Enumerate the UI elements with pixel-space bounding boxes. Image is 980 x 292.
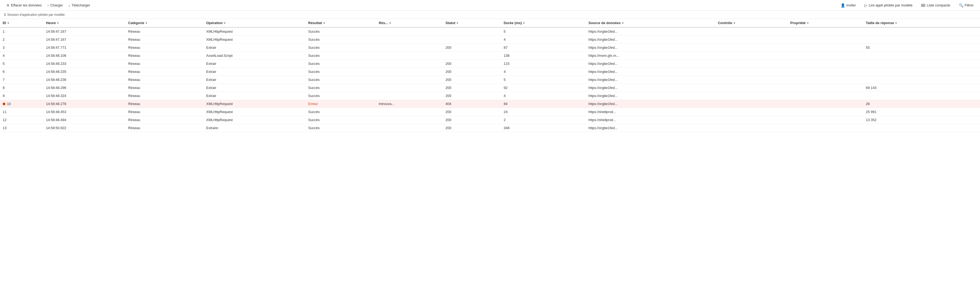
cell-taille [863,60,980,68]
table-row[interactable]: 1014:58:48.278RéseauXMLHttpRequestErreur… [0,100,980,108]
cell-categorie: Réseau [126,27,204,36]
table-row[interactable]: 714:58:48.236RéseauExtrairSuccès2005http… [0,76,980,84]
col-taille[interactable]: Taille de réponse ∨ [863,19,980,27]
load-button[interactable]: ↑ Charger [45,2,65,9]
toolbar-right: 👤 Inviter ▷ Lire appli pilotée par modèl… [838,2,976,9]
cell-heure: 14:58:47.771 [43,44,126,52]
cell-categorie: Réseau [126,36,204,44]
cell-heure: 14:58:47.167 [43,27,126,36]
cell-heure: 14:58:48.233 [43,60,126,68]
upload-icon: ↑ [47,3,49,8]
cell-heure: 14:58:48.494 [43,116,126,124]
table-row[interactable]: 1314:58:50.922RéseauExtraireSuccès200348… [0,124,980,132]
cell-id: 7 [0,76,43,84]
cell-categorie: Réseau [126,68,204,76]
cell-operation: AssetLoad.Script [204,52,305,60]
cell-statut: 200 [443,44,501,52]
cell-resultat: Succès [305,92,376,100]
cell-statut: 404 [443,100,501,108]
download-button[interactable]: ↓ Télécharger [66,2,92,9]
cell-duree: 4 [501,92,585,100]
clear-button[interactable]: ✕ Effacer les données [4,2,44,9]
filter-button[interactable]: 🔍 Filtrer [957,2,976,9]
cell-res [376,92,443,100]
compact-list-button[interactable]: Liste compacte [919,2,952,8]
col-statut[interactable]: Statut ∨ [443,19,501,27]
col-id[interactable]: ID ∨ [0,19,43,27]
sort-operation-icon: ∨ [224,21,226,24]
cell-categorie: Réseau [126,108,204,116]
col-operation[interactable]: Opération ∨ [204,19,305,27]
cell-taille: 69 143 [863,84,980,92]
load-label: Charger [51,3,63,7]
cell-duree: 4 [501,36,585,44]
cell-operation: XMLHttpRequest [204,116,305,124]
cell-taille: 55 [863,44,980,52]
col-heure[interactable]: Heure ∨ [43,19,126,27]
col-controle[interactable]: Contrôle ∨ [715,19,788,27]
cell-statut [443,52,501,60]
cell-propriete [788,36,863,44]
cell-operation: Extrair [204,60,305,68]
sort-id-icon: ∨ [7,21,9,24]
cell-categorie: Réseau [126,92,204,100]
cell-resultat: Succès [305,36,376,44]
info-icon: ℹ [4,13,6,17]
cell-source: https://orgbe1fed... [586,100,715,108]
cell-controle [715,27,788,36]
cell-controle [715,60,788,68]
cell-source: https://mem.gfx.m... [586,52,715,60]
col-duree[interactable]: Durée (ms) ∨ [501,19,585,27]
cell-res: Introuvа... [376,100,443,108]
cell-heure: 14:58:48.236 [43,76,126,84]
sort-duree-icon: ∨ [523,21,525,24]
cell-source: https://orgbe1fed... [586,84,715,92]
cell-duree: 2 [501,116,585,124]
cell-id: 6 [0,68,43,76]
cell-id: 11 [0,108,43,116]
table-row[interactable]: 914:58:48.324RéseauExtrairSuccès2004http… [0,92,980,100]
cell-propriete [788,68,863,76]
cell-taille: 13 352 [863,116,980,124]
cell-duree: 24 [501,108,585,116]
cell-propriete [788,124,863,132]
cell-id: 9 [0,92,43,100]
invite-button[interactable]: 👤 Inviter [838,2,858,9]
cell-resultat: Succès [305,108,376,116]
cell-id: 1 [0,27,43,36]
sort-resultat-icon: ∨ [323,21,325,24]
table-row[interactable]: 614:58:48.235RéseauExtrairSuccès2004http… [0,68,980,76]
cell-duree: 87 [501,44,585,52]
cell-categorie: Réseau [126,76,204,84]
table-row[interactable]: 114:58:47.167RéseauXMLHttpRequestSuccès5… [0,27,980,36]
person-icon: 👤 [841,3,845,8]
col-res[interactable]: Rés... ∨ [376,19,443,27]
cell-res [376,124,443,132]
cell-id: 2 [0,36,43,44]
cell-id: 10 [0,100,43,108]
cell-resultat: Succès [305,52,376,60]
table-row[interactable]: 1114:58:48.453RéseauXMLHttpRequestSuccès… [0,108,980,116]
download-icon: ↓ [68,3,70,8]
model-app-button[interactable]: ▷ Lire appli pilotée par modèle [862,2,915,9]
col-resultat[interactable]: Résultat ∨ [305,19,376,27]
table-row[interactable]: 214:58:47.167RéseauXMLHttpRequestSuccès4… [0,36,980,44]
col-categorie[interactable]: Catégorie ∨ [126,19,204,27]
cell-controle [715,116,788,124]
col-propriete[interactable]: Propriété ∨ [788,19,863,27]
cell-source: https://shellprod... [586,116,715,124]
cell-resultat: Succès [305,68,376,76]
table-row[interactable]: 414:58:48.106RéseauAssetLoad.ScriptSuccè… [0,52,980,60]
download-label: Télécharger [72,3,90,7]
cell-res [376,76,443,84]
cell-propriete [788,92,863,100]
cell-statut: 200 [443,108,501,116]
clear-label: Effacer les données [11,3,42,7]
table-row[interactable]: 314:58:47.771RéseauExtrairSuccès20087htt… [0,44,980,52]
cell-heure: 14:58:48.278 [43,100,126,108]
table-row[interactable]: 514:58:48.233RéseauExtrairSuccès200115ht… [0,60,980,68]
col-source[interactable]: Source de données ∨ [586,19,715,27]
cell-controle [715,68,788,76]
table-row[interactable]: 814:58:48.296RéseauExtrairSuccès20092htt… [0,84,980,92]
table-row[interactable]: 1214:58:48.494RéseauXMLHttpRequestSuccès… [0,116,980,124]
